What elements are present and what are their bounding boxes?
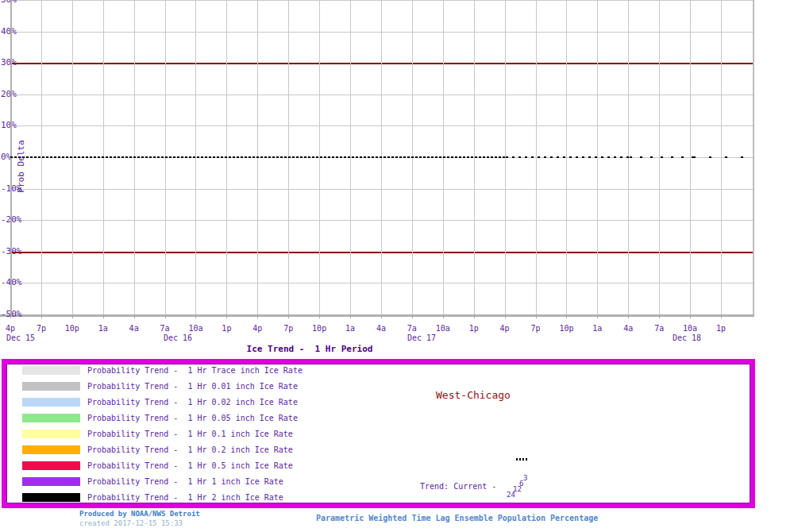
legend-swatch <box>22 366 80 375</box>
legend-label: Probability Trend - 1 Hr 1 inch Ice Rate <box>87 476 283 487</box>
legend-label: Probability Trend - 1 Hr 0.5 inch Ice Ra… <box>87 461 293 471</box>
legend-swatch <box>22 398 80 407</box>
footer-produced-by: Produced by NOAA/NWS Detroit <box>79 510 200 518</box>
legend-swatch <box>22 477 80 486</box>
legend-label: Probability Trend - 1 Hr 2 inch Ice Rate <box>87 492 283 503</box>
ice-trend-chart-page: 50%40%30%20%10%0%-10%-20%-30%-40%-50%4p7… <box>0 0 794 532</box>
location-label: West-Chicago <box>436 389 511 401</box>
legend-label: Probability Trend - 1 Hr 0.02 inch Ice R… <box>87 397 298 407</box>
trend-hour-label: 24 <box>507 492 515 499</box>
legend-swatch <box>22 445 80 454</box>
trend-dots <box>516 458 528 461</box>
legend-label: Probability Trend - 1 Hr 0.01 inch Ice R… <box>87 381 298 391</box>
trend-hour-label: 3 <box>523 475 527 482</box>
legend-label: Probability Trend - 1 Hr 0.1 inch Ice Ra… <box>87 429 293 439</box>
trend-current-label: Trend: Current - <box>420 482 496 491</box>
legend-swatch <box>22 414 80 422</box>
footer-created-timestamp: created 2017-12-15 15:33 <box>79 519 183 527</box>
legend-rows-layer: Probability Trend - 1 Hr Trace inch Ice … <box>0 0 794 532</box>
legend-swatch <box>22 461 80 470</box>
legend-label: Probability Trend - 1 Hr Trace inch Ice … <box>87 365 303 376</box>
legend-swatch <box>22 382 80 391</box>
footer-description: Parametric Weighted Time Lag Ensemble Po… <box>316 514 598 522</box>
legend-label: Probability Trend - 1 Hr 0.05 inch Ice R… <box>87 413 298 423</box>
legend-swatch <box>22 493 80 502</box>
legend-label: Probability Trend - 1 Hr 0.2 inch Ice Ra… <box>87 445 293 455</box>
legend-swatch <box>22 430 80 438</box>
